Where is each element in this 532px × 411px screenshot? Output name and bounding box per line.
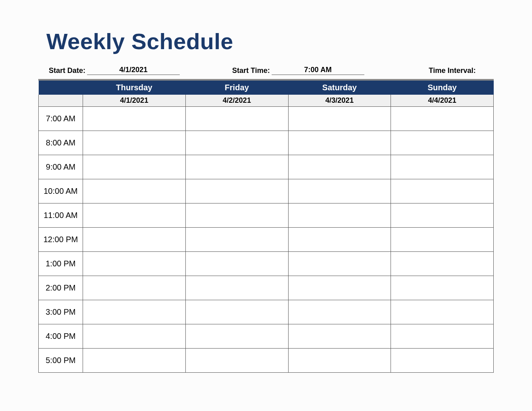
time-label: 11:00 AM bbox=[39, 203, 83, 228]
schedule-table-wrapper: Thursday Friday Saturday Sunday 4/1/2021… bbox=[38, 79, 494, 373]
schedule-cell[interactable] bbox=[288, 324, 391, 349]
day-header: Sunday bbox=[391, 81, 494, 95]
schedule-cell[interactable] bbox=[83, 276, 186, 300]
time-row: 12:00 PM bbox=[39, 228, 494, 252]
time-label: 5:00 PM bbox=[39, 349, 83, 373]
schedule-cell[interactable] bbox=[391, 179, 494, 203]
header-blank-corner bbox=[39, 81, 83, 95]
schedule-cell[interactable] bbox=[391, 131, 494, 155]
schedule-cell[interactable] bbox=[288, 300, 391, 324]
time-row: 9:00 AM bbox=[39, 155, 494, 179]
schedule-cell[interactable] bbox=[288, 155, 391, 179]
schedule-body: 7:00 AM8:00 AM9:00 AM10:00 AM11:00 AM12:… bbox=[39, 107, 494, 373]
start-time-label: Start Time: bbox=[232, 66, 270, 75]
day-header-row: Thursday Friday Saturday Sunday bbox=[39, 81, 494, 95]
time-row: 8:00 AM bbox=[39, 131, 494, 155]
time-label: 12:00 PM bbox=[39, 228, 83, 252]
time-row: 3:00 PM bbox=[39, 300, 494, 324]
time-label: 7:00 AM bbox=[39, 107, 83, 131]
start-time-value[interactable]: 7:00 AM bbox=[272, 66, 364, 75]
schedule-cell[interactable] bbox=[391, 155, 494, 179]
schedule-cell[interactable] bbox=[83, 349, 186, 373]
header-blank-corner2 bbox=[39, 95, 83, 107]
time-label: 10:00 AM bbox=[39, 179, 83, 203]
schedule-cell[interactable] bbox=[391, 203, 494, 228]
date-header: 4/3/2021 bbox=[288, 95, 391, 107]
schedule-cell[interactable] bbox=[185, 324, 288, 349]
schedule-cell[interactable] bbox=[83, 155, 186, 179]
schedule-cell[interactable] bbox=[185, 349, 288, 373]
schedule-cell[interactable] bbox=[83, 300, 186, 324]
day-header: Saturday bbox=[288, 81, 391, 95]
date-header: 4/2/2021 bbox=[185, 95, 288, 107]
schedule-cell[interactable] bbox=[83, 107, 186, 131]
time-row: 7:00 AM bbox=[39, 107, 494, 131]
schedule-cell[interactable] bbox=[391, 252, 494, 276]
page-title: Weekly Schedule bbox=[46, 28, 494, 54]
schedule-cell[interactable] bbox=[83, 228, 186, 252]
schedule-cell[interactable] bbox=[288, 203, 391, 228]
time-row: 10:00 AM bbox=[39, 179, 494, 203]
schedule-cell[interactable] bbox=[288, 349, 391, 373]
time-row: 2:00 PM bbox=[39, 276, 494, 300]
schedule-cell[interactable] bbox=[391, 300, 494, 324]
date-header: 4/1/2021 bbox=[83, 95, 186, 107]
schedule-document: Weekly Schedule Start Date: 4/1/2021 Sta… bbox=[0, 0, 532, 373]
schedule-cell[interactable] bbox=[391, 324, 494, 349]
schedule-cell[interactable] bbox=[185, 228, 288, 252]
time-label: 8:00 AM bbox=[39, 131, 83, 155]
schedule-cell[interactable] bbox=[185, 203, 288, 228]
day-header: Friday bbox=[185, 81, 288, 95]
schedule-cell[interactable] bbox=[288, 107, 391, 131]
day-header: Thursday bbox=[83, 81, 186, 95]
time-row: 1:00 PM bbox=[39, 252, 494, 276]
schedule-cell[interactable] bbox=[288, 179, 391, 203]
time-row: 11:00 AM bbox=[39, 203, 494, 228]
schedule-cell[interactable] bbox=[391, 107, 494, 131]
schedule-cell[interactable] bbox=[83, 131, 186, 155]
schedule-cell[interactable] bbox=[185, 252, 288, 276]
time-label: 4:00 PM bbox=[39, 324, 83, 349]
schedule-cell[interactable] bbox=[185, 276, 288, 300]
schedule-cell[interactable] bbox=[83, 203, 186, 228]
time-row: 5:00 PM bbox=[39, 349, 494, 373]
time-label: 1:00 PM bbox=[39, 252, 83, 276]
schedule-cell[interactable] bbox=[83, 179, 186, 203]
schedule-cell[interactable] bbox=[185, 131, 288, 155]
time-interval-label: Time Interval: bbox=[429, 66, 476, 75]
time-row: 4:00 PM bbox=[39, 324, 494, 349]
meta-row: Start Date: 4/1/2021 Start Time: 7:00 AM… bbox=[49, 66, 494, 75]
time-label: 3:00 PM bbox=[39, 300, 83, 324]
schedule-cell[interactable] bbox=[391, 228, 494, 252]
schedule-cell[interactable] bbox=[83, 252, 186, 276]
schedule-cell[interactable] bbox=[288, 131, 391, 155]
date-header-row: 4/1/2021 4/2/2021 4/3/2021 4/4/2021 bbox=[39, 95, 494, 107]
schedule-cell[interactable] bbox=[391, 349, 494, 373]
schedule-cell[interactable] bbox=[185, 300, 288, 324]
start-date-value[interactable]: 4/1/2021 bbox=[87, 66, 180, 75]
schedule-cell[interactable] bbox=[83, 324, 186, 349]
time-label: 9:00 AM bbox=[39, 155, 83, 179]
schedule-cell[interactable] bbox=[288, 228, 391, 252]
schedule-cell[interactable] bbox=[185, 107, 288, 131]
schedule-cell[interactable] bbox=[288, 252, 391, 276]
schedule-cell[interactable] bbox=[185, 155, 288, 179]
schedule-cell[interactable] bbox=[185, 179, 288, 203]
schedule-cell[interactable] bbox=[288, 276, 391, 300]
schedule-cell[interactable] bbox=[391, 276, 494, 300]
time-label: 2:00 PM bbox=[39, 276, 83, 300]
schedule-table: Thursday Friday Saturday Sunday 4/1/2021… bbox=[38, 81, 494, 373]
date-header: 4/4/2021 bbox=[391, 95, 494, 107]
start-date-label: Start Date: bbox=[49, 66, 85, 75]
